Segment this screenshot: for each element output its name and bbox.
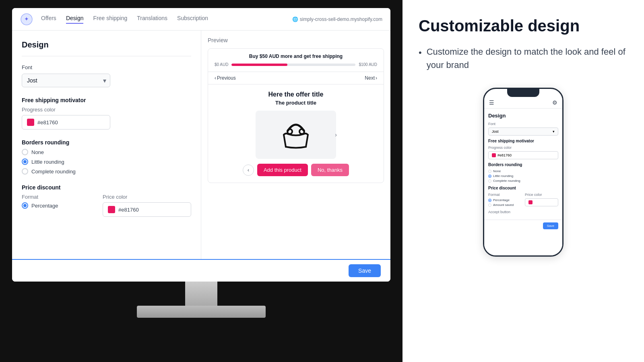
borders-none-label: None <box>31 149 44 155</box>
mobile-price-two-col: Format Percentage Amount saved <box>488 193 558 210</box>
borders-little-radio[interactable] <box>22 158 28 165</box>
mobile-accept-button-label: Accept button <box>488 210 558 214</box>
price-color-label: Price color <box>103 194 191 200</box>
mobile-borders-complete[interactable]: Complete rounding <box>488 179 558 183</box>
mobile-gear-icon: ⚙ <box>552 99 557 106</box>
mobile-borders-complete-label: Complete rounding <box>493 179 520 183</box>
mobile-borders-little-radio[interactable] <box>488 175 491 178</box>
app-container: ✦ Offers Design Free shipping Translatio… <box>12 8 390 282</box>
format-percentage-label: Percentage <box>31 203 58 209</box>
mobile-menu-icon: ☰ <box>489 99 494 106</box>
main-content: Design Font Jost ▾ Free shipping <box>12 31 390 259</box>
borders-complete-option[interactable]: Complete rounding <box>22 168 191 175</box>
price-discount-cols: Format Percentage Price color <box>22 194 191 217</box>
price-color-value: #e81760 <box>118 207 139 213</box>
mobile-container: ☰ ⚙ Design Font Jost ▾ Free shipping mot… <box>419 88 628 346</box>
mobile-screen: ☰ ⚙ Design Font Jost ▾ Free shipping mot… <box>484 97 562 255</box>
shipping-text: Buy $50 AUD more and get free shipping <box>215 53 377 59</box>
price-color-field[interactable]: #e81760 <box>103 202 191 217</box>
borders-none-option[interactable]: None <box>22 149 191 155</box>
mobile-borders-none-radio[interactable] <box>488 170 491 173</box>
mobile-font-select[interactable]: Jost ▾ <box>488 128 558 136</box>
bullet-list: • Customize the design to match the look… <box>419 45 628 72</box>
borders-little-option[interactable]: Little rounding <box>22 158 191 165</box>
mobile-borders-none[interactable]: None <box>488 169 558 173</box>
product-illustration <box>276 115 316 155</box>
mobile-borders-none-label: None <box>493 169 501 173</box>
progress-color-label: Progress color <box>22 107 191 113</box>
preview-nav: ‹ Previous Next › <box>208 72 384 84</box>
preview-panel: Preview Buy $50 AUD more and get free sh… <box>201 31 390 259</box>
svg-text:✦: ✦ <box>24 16 29 22</box>
progress-color-field[interactable]: #e81760 <box>22 115 110 130</box>
monitor-screen: ✦ Offers Design Free shipping Translatio… <box>12 8 390 282</box>
save-button[interactable]: Save <box>349 264 381 277</box>
monitor-stand-base <box>137 306 266 318</box>
format-radio-group: Percentage <box>22 202 93 209</box>
format-percentage-radio[interactable] <box>22 202 28 209</box>
mobile-price-color-col: Price color <box>525 193 558 210</box>
page-title: Design <box>22 40 191 56</box>
nav-link-subscription[interactable]: Subscription <box>177 15 208 24</box>
nav-links: Offers Design Free shipping Translations… <box>41 15 292 24</box>
mobile-format-amount-radio[interactable] <box>488 204 491 207</box>
borders-little-label: Little rounding <box>31 159 64 165</box>
preview-next-btn[interactable]: Next › <box>365 75 377 81</box>
font-select[interactable]: Jost <box>22 74 110 87</box>
preview-box: Buy $50 AUD more and get free shipping $… <box>208 48 384 183</box>
nav-link-free-shipping[interactable]: Free shipping <box>93 15 127 24</box>
mobile-save-button[interactable]: Save <box>543 222 558 229</box>
mobile-borders-complete-radio[interactable] <box>488 179 491 183</box>
format-label: Format <box>22 194 93 200</box>
offer-prev-btn[interactable]: ‹ <box>243 165 254 176</box>
preview-prev-btn[interactable]: ‹ Previous <box>215 75 236 81</box>
format-col: Format Percentage <box>22 194 93 217</box>
progress-bar-bg <box>231 64 355 66</box>
shipping-end-label: $100 AUD <box>359 62 377 67</box>
mobile-borders-label: Borders rounding <box>488 162 558 167</box>
nav-link-offers[interactable]: Offers <box>41 15 56 24</box>
borders-none-radio[interactable] <box>22 149 28 155</box>
format-percentage-option[interactable]: Percentage <box>22 202 93 209</box>
bullet-item-1: • Customize the design to match the look… <box>419 45 628 72</box>
nav-link-design[interactable]: Design <box>66 15 84 24</box>
preview-shipping-bar: Buy $50 AUD more and get free shipping $… <box>208 49 384 72</box>
mobile-notch <box>507 89 539 97</box>
domain-text: simply-cross-sell-demo.myshopify.com <box>300 16 382 22</box>
mobile-borders-little[interactable]: Little rounding <box>488 174 558 178</box>
font-select-wrapper: Jost ▾ <box>22 74 110 87</box>
mobile-progress-color-value: #e81760 <box>497 153 512 157</box>
nav-link-translations[interactable]: Translations <box>137 15 167 24</box>
right-title: Customizable design <box>419 16 628 35</box>
progress-color-value: #e81760 <box>37 119 58 125</box>
product-title: The product title <box>215 100 377 106</box>
mobile-progress-color-field[interactable]: #e81760 <box>488 151 558 159</box>
mobile-price-color-field[interactable] <box>525 198 558 206</box>
mobile-format-amount-label: Amount saved <box>493 203 514 207</box>
mobile-format-amount[interactable]: Amount saved <box>488 203 522 207</box>
accept-button[interactable]: Add this product <box>257 164 308 176</box>
bullet-dot-1: • <box>419 46 422 59</box>
mobile-top-bar: ☰ ⚙ <box>484 97 562 109</box>
mobile-format-label: Format <box>488 193 522 197</box>
offer-title: Here the offer title <box>215 91 377 98</box>
mobile-section-title: Design <box>488 113 558 119</box>
mobile-font-value: Jost <box>492 130 499 134</box>
mobile-price-discount-label: Price discount <box>488 186 558 190</box>
nav-domain: 🌐 simply-cross-sell-demo.myshopify.com <box>292 16 382 22</box>
prev-btn-label: Previous <box>217 75 236 81</box>
borders-rounding-header: Borders rounding <box>22 139 191 146</box>
preview-offer: Here the offer title The product title <box>208 84 384 183</box>
bullet-text-1: Customize the design to match the look a… <box>427 45 628 72</box>
mobile-borders-radio-group: None Little rounding Complete rounding <box>488 169 558 183</box>
progress-bar-fill <box>231 64 287 66</box>
mobile-format-percentage[interactable]: Percentage <box>488 198 522 202</box>
price-discount-header: Price discount <box>22 184 191 191</box>
decline-button[interactable]: No, thanks <box>311 164 349 176</box>
free-shipping-group: Free shipping motivator Progress color #… <box>22 97 191 130</box>
mobile-color-swatch <box>492 153 496 157</box>
borders-complete-radio[interactable] <box>22 168 28 175</box>
price-color-col: Price color #e81760 <box>103 194 191 217</box>
mobile-format-percentage-radio[interactable] <box>488 199 491 202</box>
price-discount-group: Price discount Format Percentage <box>22 184 191 217</box>
